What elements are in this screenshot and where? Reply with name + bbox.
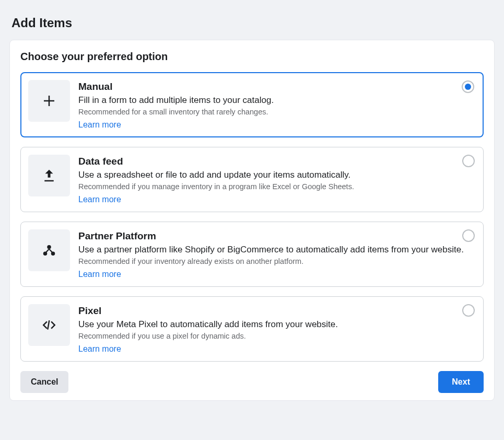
radio-pixel[interactable] (462, 304, 475, 317)
options-panel: Choose your preferred option Manual Fill… (9, 40, 495, 401)
option-recommendation: Recommended if you use a pixel for dynam… (78, 332, 475, 340)
option-description: Fill in a form to add multiple items to … (78, 95, 475, 107)
page-title: Add Items (0, 0, 504, 40)
upload-icon (28, 155, 70, 196)
option-title: Partner Platform (78, 230, 475, 242)
partner-icon (28, 229, 70, 271)
learn-more-link[interactable]: Learn more (78, 120, 121, 129)
learn-more-link[interactable]: Learn more (78, 270, 121, 279)
option-manual[interactable]: Manual Fill in a form to add multiple it… (20, 72, 484, 137)
option-pixel[interactable]: Pixel Use your Meta Pixel to automatical… (20, 296, 484, 362)
option-title: Manual (78, 81, 475, 92)
learn-more-link[interactable]: Learn more (78, 344, 121, 353)
option-title: Pixel (78, 305, 475, 317)
radio-partner-platform[interactable] (462, 229, 475, 242)
option-partner-platform[interactable]: Partner Platform Use a partner platform … (20, 222, 484, 287)
option-recommendation: Recommended if your inventory already ex… (78, 257, 475, 265)
option-recommendation: Recommended for a small inventory that r… (78, 108, 475, 116)
option-body: Partner Platform Use a partner platform … (78, 229, 475, 279)
option-body: Manual Fill in a form to add multiple it… (78, 80, 475, 130)
radio-data-feed[interactable] (462, 155, 475, 167)
option-body: Data feed Use a spreadsheet or file to a… (78, 155, 475, 204)
svg-point-0 (47, 245, 51, 249)
option-title: Data feed (78, 156, 475, 167)
option-description: Use your Meta Pixel to automatically add… (78, 319, 475, 331)
option-data-feed[interactable]: Data feed Use a spreadsheet or file to a… (20, 147, 484, 212)
plus-icon (28, 80, 70, 122)
panel-subtitle: Choose your preferred option (20, 51, 484, 63)
option-recommendation: Recommended if you manage inventory in a… (78, 182, 475, 191)
next-button[interactable]: Next (438, 371, 484, 393)
learn-more-link[interactable]: Learn more (78, 195, 121, 204)
option-body: Pixel Use your Meta Pixel to automatical… (78, 304, 475, 354)
code-icon (28, 304, 70, 346)
cancel-button[interactable]: Cancel (20, 371, 68, 393)
footer: Cancel Next (20, 371, 484, 393)
option-description: Use a spreadsheet or file to add and upd… (78, 169, 475, 181)
radio-manual[interactable] (462, 80, 474, 93)
option-description: Use a partner platform like Shopify or B… (78, 244, 475, 256)
